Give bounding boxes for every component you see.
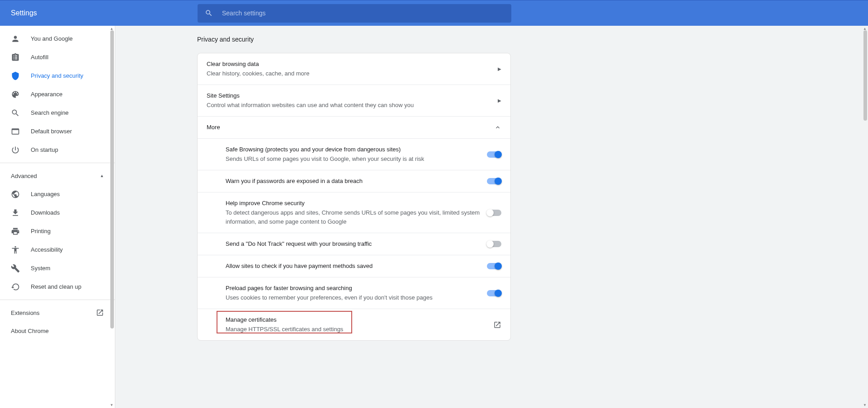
scrollbar-down-icon[interactable]: ▼ (863, 403, 867, 407)
globe-icon (11, 190, 20, 199)
row-title: Safe Browsing (protects you and your dev… (226, 145, 487, 154)
row-help-improve: Help improve Chrome security To detect d… (198, 192, 510, 233)
row-title: Clear browsing data (207, 60, 498, 69)
sidebar-extensions[interactable]: Extensions (0, 304, 115, 322)
palette-icon (11, 90, 20, 99)
power-icon (11, 145, 20, 155)
row-manage-certificates[interactable]: Manage certificates Manage HTTPS/SSL cer… (198, 309, 510, 340)
divider (0, 300, 115, 300)
toggle-preload-pages[interactable] (487, 290, 501, 296)
search-input[interactable] (222, 9, 504, 17)
search-icon (205, 9, 213, 17)
row-subtitle: Clear history, cookies, cache, and more (207, 69, 498, 78)
main-scrollbar[interactable] (863, 30, 867, 121)
sidebar-item-label: Reset and clean up (31, 283, 81, 290)
sidebar-about-chrome[interactable]: About Chrome (0, 322, 115, 340)
row-title: Warn you if passwords are exposed in a d… (226, 177, 487, 186)
sidebar: ▲ ▼ You and Google Autofill Privacy and … (0, 26, 115, 408)
row-password-breach: Warn you if passwords are exposed in a d… (198, 170, 510, 192)
restore-icon (11, 282, 20, 291)
search-icon (11, 108, 20, 117)
row-do-not-track: Send a "Do Not Track" request with your … (198, 233, 510, 255)
chevron-right-icon: ▶ (498, 66, 501, 71)
toggle-password-breach[interactable] (487, 178, 501, 184)
about-label: About Chrome (11, 328, 49, 334)
sidebar-item-label: Privacy and security (31, 72, 83, 79)
person-icon (11, 34, 20, 43)
printer-icon (11, 227, 20, 236)
row-title: Help improve Chrome security (226, 199, 487, 208)
sidebar-item-privacy-security[interactable]: Privacy and security (0, 66, 115, 85)
page-title: Privacy and security (197, 36, 511, 43)
open-in-new-icon (96, 309, 104, 317)
row-title: More (207, 123, 494, 132)
row-subtitle: Manage HTTPS/SSL certificates and settin… (226, 325, 493, 334)
sidebar-item-downloads[interactable]: Downloads (0, 203, 115, 222)
chevron-right-icon: ▶ (498, 98, 501, 103)
sidebar-item-reset[interactable]: Reset and clean up (0, 277, 115, 296)
chevron-up-icon (494, 124, 501, 131)
sidebar-item-label: Search engine (31, 109, 69, 116)
sidebar-item-label: On startup (31, 146, 58, 153)
row-title: Preload pages for faster browsing and se… (226, 284, 487, 293)
row-subtitle: Uses cookies to remember your preference… (226, 293, 487, 302)
row-more[interactable]: More (198, 117, 510, 139)
scrollbar-down-icon[interactable]: ▼ (110, 403, 113, 407)
browser-icon (11, 127, 20, 136)
sidebar-item-label: Appearance (31, 91, 62, 98)
divider (0, 163, 115, 163)
sidebar-item-system[interactable]: System (0, 259, 115, 277)
sidebar-scrollbar[interactable] (110, 30, 114, 328)
shield-icon (11, 71, 20, 80)
sidebar-item-search-engine[interactable]: Search engine (0, 103, 115, 122)
row-site-settings[interactable]: Site Settings Control what information w… (198, 85, 510, 117)
toggle-safe-browsing[interactable] (487, 151, 501, 158)
toggle-help-improve[interactable] (487, 210, 501, 216)
sidebar-item-label: Autofill (31, 54, 48, 61)
sidebar-item-label: Downloads (31, 209, 60, 216)
sidebar-item-label: Printing (31, 228, 51, 234)
sidebar-advanced-toggle[interactable]: Advanced ▲ (0, 167, 115, 185)
row-title: Send a "Do Not Track" request with your … (226, 239, 487, 249)
row-title: Site Settings (207, 91, 498, 100)
sidebar-item-on-startup[interactable]: On startup (0, 141, 115, 159)
clipboard-icon (11, 53, 20, 62)
search-container[interactable] (198, 4, 511, 23)
accessibility-icon (11, 245, 20, 254)
advanced-label: Advanced (11, 173, 37, 179)
row-subtitle: Sends URLs of some pages you visit to Go… (226, 155, 487, 164)
toggle-do-not-track[interactable] (487, 241, 501, 247)
sidebar-item-you-and-google[interactable]: You and Google (0, 29, 115, 48)
sidebar-item-label: System (31, 265, 50, 272)
open-in-new-icon (493, 321, 501, 329)
toggle-payment-methods[interactable] (487, 263, 501, 269)
download-icon (11, 208, 20, 217)
sidebar-item-label: Languages (31, 191, 60, 197)
row-title: Manage certificates (226, 315, 493, 324)
main-content: ▲ ▼ Privacy and security Clear browsing … (115, 26, 868, 408)
sidebar-item-printing[interactable]: Printing (0, 222, 115, 240)
sidebar-item-accessibility[interactable]: Accessibility (0, 240, 115, 259)
app-header: Settings (0, 0, 868, 26)
row-payment-methods: Allow sites to check if you have payment… (198, 255, 510, 277)
wrench-icon (11, 264, 20, 273)
row-safe-browsing: Safe Browsing (protects you and your dev… (198, 139, 510, 170)
sidebar-item-languages[interactable]: Languages (0, 185, 115, 203)
row-subtitle: To detect dangerous apps and sites, Chro… (226, 208, 487, 226)
row-subtitle: Control what information websites can us… (207, 101, 498, 110)
row-preload-pages: Preload pages for faster browsing and se… (198, 277, 510, 309)
row-title: Allow sites to check if you have payment… (226, 262, 487, 271)
sidebar-item-label: Default browser (31, 128, 72, 135)
sidebar-item-autofill[interactable]: Autofill (0, 48, 115, 66)
settings-card: Clear browsing data Clear history, cooki… (197, 53, 511, 341)
app-title: Settings (11, 9, 37, 17)
sidebar-item-appearance[interactable]: Appearance (0, 85, 115, 103)
sidebar-item-default-browser[interactable]: Default browser (0, 122, 115, 141)
row-clear-browsing-data[interactable]: Clear browsing data Clear history, cooki… (198, 53, 510, 85)
sidebar-item-label: You and Google (31, 35, 73, 42)
sidebar-item-label: Accessibility (31, 246, 63, 253)
chevron-up-icon: ▲ (100, 174, 104, 178)
extensions-label: Extensions (11, 310, 40, 316)
